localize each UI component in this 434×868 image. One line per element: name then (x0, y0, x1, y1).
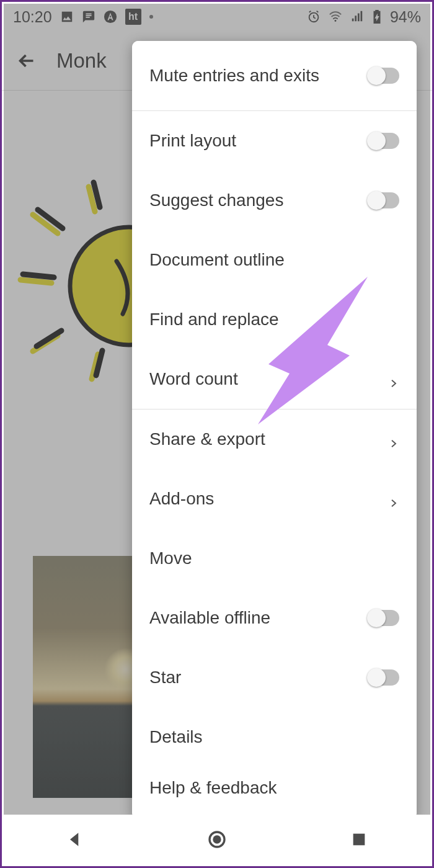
menu-label: Word count (149, 369, 238, 389)
nav-recent-icon[interactable] (349, 830, 369, 849)
svg-point-18 (213, 835, 221, 843)
more-notifications-icon (149, 15, 153, 19)
menu-label: Add-ons (149, 489, 214, 509)
overflow-menu: Mute entries and exits Print layout Sugg… (132, 41, 417, 820)
menu-available-offline[interactable]: Available offline (132, 588, 417, 648)
menu-move[interactable]: Move (132, 529, 417, 588)
app-a-icon (104, 10, 117, 24)
svg-point-0 (104, 11, 116, 23)
wifi-icon (329, 10, 342, 24)
menu-label: Star (149, 668, 181, 687)
menu-share-export[interactable]: Share & export (132, 409, 417, 469)
signal-icon (350, 10, 364, 24)
toggle-star[interactable] (368, 669, 399, 686)
chevron-right-icon (388, 434, 399, 445)
svg-line-4 (20, 280, 51, 283)
menu-label: Suggest changes (149, 190, 283, 210)
menu-print-layout[interactable]: Print layout (132, 111, 417, 171)
menu-label: Share & export (149, 429, 265, 449)
menu-mute-entries[interactable]: Mute entries and exits (132, 41, 417, 110)
svg-point-1 (334, 20, 336, 22)
status-battery: 94% (390, 8, 421, 26)
menu-label: Mute entries and exits (149, 66, 319, 86)
back-icon[interactable] (16, 50, 38, 72)
toggle-print-layout[interactable] (368, 133, 399, 149)
chat-icon (82, 10, 95, 24)
document-title[interactable]: Monk (56, 49, 107, 73)
menu-label: Document outline (149, 250, 285, 270)
menu-label: Available offline (149, 608, 270, 628)
menu-details[interactable]: Details (132, 707, 417, 767)
toggle-offline[interactable] (368, 610, 399, 626)
menu-label: Find and replace (149, 310, 279, 329)
image-icon (60, 10, 74, 24)
status-bar: 10:20 ht 94% (2, 2, 432, 32)
alarm-icon (307, 10, 321, 24)
menu-document-outline[interactable]: Document outline (132, 230, 417, 290)
nav-home-icon[interactable] (207, 830, 227, 849)
menu-label: Details (149, 727, 203, 747)
menu-addons[interactable]: Add-ons (132, 469, 417, 529)
menu-help-feedback[interactable]: Help & feedback (132, 767, 417, 804)
menu-word-count[interactable]: Word count (132, 349, 417, 409)
menu-label: Print layout (149, 131, 236, 151)
battery-icon (372, 10, 382, 24)
system-nav-bar (4, 815, 430, 864)
svg-line-11 (23, 274, 54, 277)
menu-find-replace[interactable]: Find and replace (132, 290, 417, 349)
menu-label: Move (149, 548, 192, 568)
chevron-right-icon (388, 493, 399, 504)
menu-star[interactable]: Star (132, 648, 417, 707)
app-ht-icon: ht (125, 9, 141, 25)
chevron-right-icon (388, 374, 399, 385)
svg-rect-19 (353, 834, 365, 846)
menu-suggest-changes[interactable]: Suggest changes (132, 171, 417, 230)
status-time: 10:20 (13, 8, 52, 26)
toggle-suggest[interactable] (368, 192, 399, 208)
toggle-mute[interactable] (368, 68, 399, 84)
nav-back-icon[interactable] (65, 830, 85, 849)
menu-label: Help & feedback (149, 778, 277, 798)
